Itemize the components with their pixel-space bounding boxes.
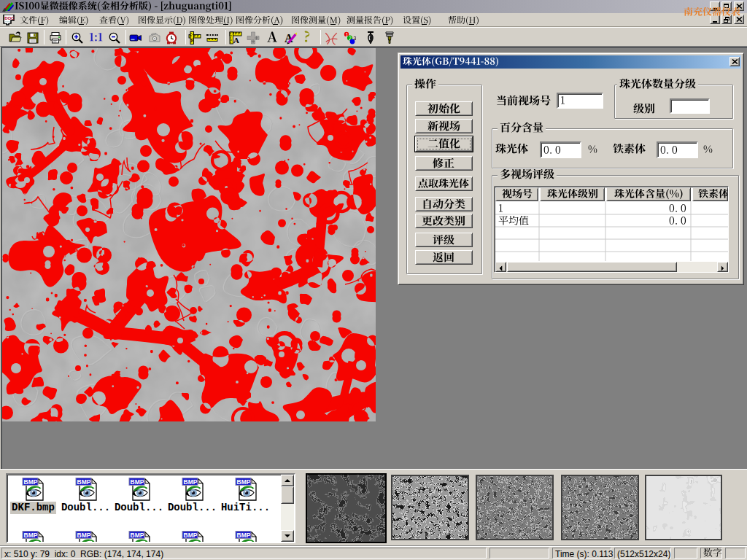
svg-text:BMP: BMP [24, 478, 38, 486]
svg-text:BMP: BMP [131, 478, 144, 486]
svg-text:BMP: BMP [237, 478, 251, 486]
svg-text:BMP: BMP [237, 532, 251, 539]
svg-text:BMP: BMP [24, 532, 38, 539]
svg-text:BMP: BMP [131, 532, 144, 539]
svg-text:3: 3 [354, 36, 357, 41]
svg-text:A: A [233, 36, 239, 44]
svg-text:BMP: BMP [77, 478, 91, 486]
svg-text:BMP: BMP [184, 478, 198, 486]
svg-text:BMP: BMP [77, 532, 91, 539]
svg-text:BMP: BMP [184, 532, 198, 539]
svg-text:DOC: DOC [4, 16, 15, 20]
